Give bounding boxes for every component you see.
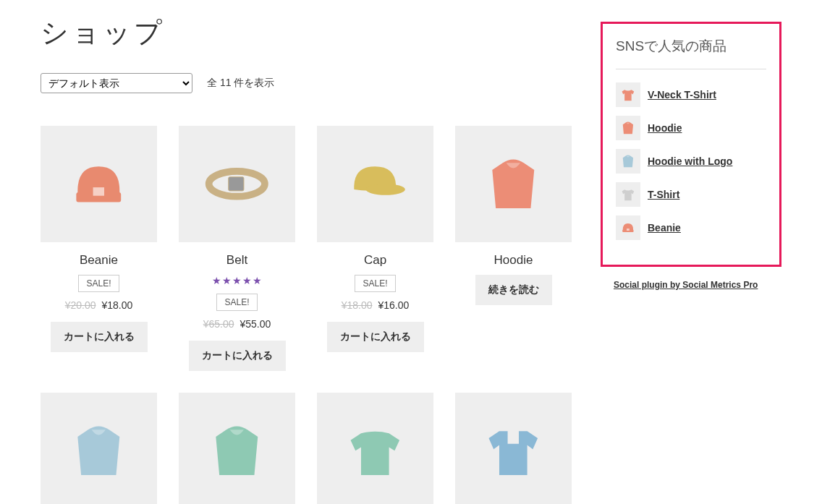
page-title: ショップ bbox=[41, 14, 572, 51]
read-more-button[interactable]: 続きを読む bbox=[475, 275, 552, 305]
popular-widget: SNSで人気の商品 V-Neck T-Shirt Hoodie Hoodie w… bbox=[601, 22, 781, 267]
old-price: ¥20.00 bbox=[65, 299, 96, 311]
product-thumb[interactable] bbox=[317, 126, 433, 242]
popular-widget-title: SNSで人気の商品 bbox=[616, 37, 766, 69]
product-thumb[interactable] bbox=[455, 126, 572, 242]
add-to-cart-button[interactable]: カートに入れる bbox=[327, 322, 424, 352]
current-price: ¥55.00 bbox=[240, 318, 271, 330]
sort-select[interactable]: デフォルト表示 bbox=[41, 73, 192, 93]
popular-link[interactable]: Beanie bbox=[648, 222, 681, 234]
popular-item[interactable]: Hoodie with Logo bbox=[616, 149, 766, 174]
rating-stars: ★★★★★ bbox=[179, 275, 295, 286]
product-name: Hoodie bbox=[455, 253, 572, 268]
product-thumb[interactable] bbox=[455, 393, 572, 504]
current-price: ¥16.00 bbox=[378, 299, 410, 311]
product-card[interactable]: CapSALE!¥18.00¥16.00カートに入れる bbox=[317, 126, 433, 371]
current-price: ¥18.00 bbox=[102, 299, 133, 311]
old-price: ¥65.00 bbox=[203, 318, 234, 330]
price: ¥20.00¥18.00 bbox=[41, 299, 157, 311]
add-to-cart-button[interactable]: カートに入れる bbox=[189, 341, 286, 371]
product-name: Belt bbox=[179, 253, 295, 268]
popular-link[interactable]: Hoodie with Logo bbox=[648, 155, 732, 167]
popular-link[interactable]: V-Neck T-Shirt bbox=[648, 89, 716, 101]
sale-badge: SALE! bbox=[78, 275, 119, 292]
popular-item[interactable]: Beanie bbox=[616, 215, 766, 240]
product-thumb[interactable] bbox=[41, 393, 157, 504]
price: ¥18.00¥16.00 bbox=[317, 299, 433, 311]
product-grid: BeanieSALE!¥20.00¥18.00カートに入れるBelt★★★★★S… bbox=[41, 126, 572, 504]
popular-thumb bbox=[616, 116, 640, 140]
product-card[interactable]: Hoodie続きを読む bbox=[455, 126, 572, 371]
sale-badge: SALE! bbox=[216, 294, 257, 311]
popular-link[interactable]: T-Shirt bbox=[648, 189, 679, 200]
main-content: ショップ デフォルト表示 全 11 件を表示 BeanieSALE!¥20.00… bbox=[41, 14, 572, 504]
old-price: ¥18.00 bbox=[342, 299, 373, 311]
toolbar: デフォルト表示 全 11 件を表示 bbox=[41, 73, 572, 93]
popular-thumb bbox=[616, 82, 640, 107]
popular-thumb bbox=[616, 182, 640, 207]
popular-item[interactable]: Hoodie bbox=[616, 116, 766, 140]
product-card[interactable]: BeanieSALE!¥20.00¥18.00カートに入れる bbox=[41, 126, 157, 371]
product-thumb[interactable] bbox=[317, 393, 433, 504]
add-to-cart-button[interactable]: カートに入れる bbox=[51, 322, 148, 352]
product-card[interactable] bbox=[41, 393, 157, 504]
product-thumb[interactable] bbox=[179, 126, 295, 242]
sale-badge: SALE! bbox=[355, 275, 395, 292]
product-card[interactable] bbox=[179, 393, 295, 504]
product-card[interactable] bbox=[455, 393, 572, 504]
product-thumb[interactable] bbox=[41, 126, 157, 242]
product-thumb[interactable] bbox=[179, 393, 295, 504]
sidebar: SNSで人気の商品 V-Neck T-Shirt Hoodie Hoodie w… bbox=[601, 14, 781, 504]
popular-thumb bbox=[616, 215, 640, 240]
result-count: 全 11 件を表示 bbox=[207, 77, 274, 90]
popular-link[interactable]: Hoodie bbox=[648, 122, 682, 134]
popular-item[interactable]: T-Shirt bbox=[616, 182, 766, 207]
plugin-credit-link[interactable]: Social plugin by Social Metrics Pro bbox=[614, 280, 758, 290]
product-card[interactable]: Belt★★★★★SALE!¥65.00¥55.00カートに入れる bbox=[179, 126, 295, 371]
product-card[interactable] bbox=[317, 393, 433, 504]
popular-thumb bbox=[616, 149, 640, 174]
product-name: Cap bbox=[317, 253, 433, 268]
popular-list: V-Neck T-Shirt Hoodie Hoodie with Logo T… bbox=[616, 82, 766, 240]
price: ¥65.00¥55.00 bbox=[179, 318, 295, 330]
product-name: Beanie bbox=[41, 253, 157, 268]
popular-item[interactable]: V-Neck T-Shirt bbox=[616, 82, 766, 107]
